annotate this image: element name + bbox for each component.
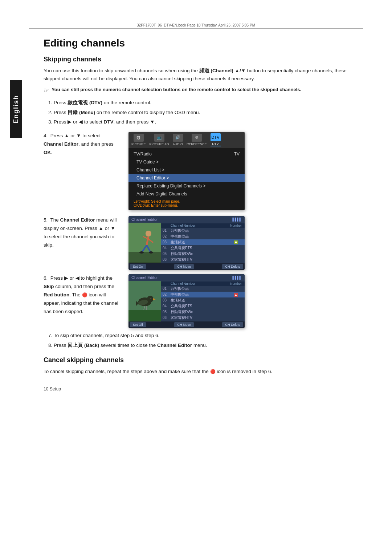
svg-rect-11: [128, 310, 161, 321]
osd-icon-picture-label: PICTURE: [131, 142, 146, 146]
section2-text: To cancel skipping channels, repeat the …: [44, 368, 363, 376]
osd-icon-picture: 🖼 PICTURE: [131, 134, 146, 146]
step4-row: 4. Press ▲ or ▼ to select Channel Editor…: [44, 132, 363, 210]
ce-col-headers-2: Channel Number Number: [161, 281, 245, 286]
section1-heading: Skipping channels: [44, 56, 363, 63]
ce-ch-row-2-4: 04 公共電視PTS: [161, 303, 245, 309]
ce-col-headers-1: Channel Number Number: [161, 223, 245, 228]
osd-row-channeleditor: Channel Editor >: [128, 174, 245, 182]
sidebar-label: English: [10, 80, 22, 138]
ce-channel-list-1: Channel Number Number 01 台視數位品 02 中視數位品: [161, 223, 245, 263]
ce-col-skip-header-1: Number: [229, 224, 243, 227]
svg-rect-1: [128, 252, 161, 263]
ce-thumbnail-bird: [128, 281, 161, 321]
osd-icon-picturead-label: PICTURE AD: [150, 142, 169, 146]
osd-icon-audio: 🔊 AUDIO: [173, 134, 183, 146]
osd-row-channellist: Channel List >: [128, 166, 245, 174]
osd-row-tvguide-label: TV Guide >: [136, 159, 159, 165]
osd-icon-reference: ⚙ REFERENCE: [187, 134, 207, 146]
osd-menu-body: TV/Radio TV TV Guide > Channel List > Ch…: [128, 148, 245, 210]
main-content: Editing channels Skipping channels You c…: [44, 37, 363, 392]
osd-row-tvradio-label: TV/Radio: [134, 151, 152, 157]
osd-row-channellist-label: Channel List >: [136, 167, 164, 173]
ce-col-skip-header-2: Number: [229, 282, 243, 285]
osd-icon-audio-label: AUDIO: [173, 142, 183, 146]
ce-signal-1: ▌▌▌▌: [232, 218, 242, 221]
ce-ch-row-2-1: 01 台視數位品: [161, 286, 245, 292]
ce-btn-chdelete-2: CH Delete: [222, 322, 243, 327]
step5-text: 5. The Channel Editor menu will display …: [44, 216, 120, 250]
ce-col-num-1: [163, 224, 171, 227]
note-box: ☞ You can still press the numeric channe…: [44, 86, 363, 94]
ce-ch-row-2-5: 05 行動電視DWn: [161, 309, 245, 315]
ce-ch-row-1-3: 03 生活頻道 ■: [161, 239, 245, 245]
step-8: Press 回上頁 (Back) several times to close …: [54, 341, 363, 349]
ce-title-2: Channel Editor: [131, 275, 158, 280]
ce-body-1: Channel Number Number 01 台視數位品 02 中視數位品: [128, 223, 245, 263]
ce-ch-row-1-2: 02 中視數位品: [161, 234, 245, 239]
osd-row-tvradio: TV/Radio TV: [128, 150, 245, 158]
osd-icon-reference-box: ⚙: [192, 134, 202, 142]
osd-icon-picturead-box: 📺: [154, 134, 164, 142]
step-3: Press ▶ or ◀ to select DTV, and then pre…: [54, 118, 363, 126]
step-2: Press 目錄 (Menu) on the remote control to…: [54, 109, 363, 117]
file-info: 32PF1700T_96_DTV-EN.book Page 10 Thursda…: [29, 22, 363, 29]
osd-row-addnew: Add New Digital Channels: [128, 190, 245, 198]
skip-badge-1-3: ■: [234, 240, 238, 244]
page-title: Editing channels: [44, 37, 363, 49]
ce-footer-2: Set Off CH Move CH Delete: [128, 321, 245, 328]
ce-col-name-header-2: Channel Number: [171, 282, 229, 285]
ce-ch-row-1-1: 01 台視數位品: [161, 228, 245, 234]
osd-icon-reference-label: REFERENCE: [187, 142, 207, 146]
ce-thumbnail-img-runner: [128, 223, 161, 263]
step5-row: 5. The Channel Editor menu will display …: [44, 216, 363, 270]
cancel-section: Cancel skipping channels To cancel skipp…: [44, 356, 363, 376]
note-text: You can still press the numeric channel …: [52, 86, 301, 93]
ce-ch-row-1-6: 06 客家電視HTV: [161, 257, 245, 263]
page-container: 32PF1700T_96_DTV-EN.book Page 10 Thursda…: [0, 0, 392, 555]
ce-btn-chmove-1: CH Move: [174, 264, 194, 269]
osd-menu-hint: Left/Right: Select main page.OK/Down: En…: [128, 198, 245, 208]
section2-heading: Cancel skipping channels: [44, 356, 363, 364]
osd-icon-dtv-box: DTV: [211, 133, 221, 141]
ce-btn-seton: Set On: [130, 264, 146, 269]
osd-icon-dtv-label: DTV: [212, 142, 219, 146]
ce-ch-row-1-4: 04 公共電視PTS: [161, 245, 245, 251]
ce-btn-chmove-2: CH Move: [174, 322, 194, 327]
osd-row-replace: Replace Existing Digital Channels >: [128, 182, 245, 190]
ce-header-2: Channel Editor ▌▌▌▌: [128, 274, 245, 281]
osd-row-tvradio-value: TV: [234, 151, 240, 157]
section1-intro: You can use this function to skip unwant…: [44, 67, 363, 82]
osd-row-replace-label: Replace Existing Digital Channels >: [136, 183, 205, 189]
step-1: Press 數位電視 (DTV) on the remote control.: [54, 99, 363, 107]
ce-header-1: Channel Editor ▌▌▌▌: [128, 216, 245, 223]
ce-ch-row-2-2: 02 中視數位品 ▲: [161, 292, 245, 297]
osd-icon-picture-box: 🖼: [134, 134, 144, 142]
step6-text: 6. Press ▶ or ◀ to highlight the Skip co…: [44, 274, 120, 316]
svg-point-16: [151, 298, 152, 299]
step6-row: 6. Press ▶ or ◀ to highlight the Skip co…: [44, 274, 363, 328]
osd-icon-audio-box: 🔊: [173, 134, 183, 142]
svg-point-8: [139, 251, 144, 254]
ce-body-2: Channel Number Number 01 台視數位品 02 中視數位品 …: [128, 281, 245, 321]
svg-point-9: [149, 251, 153, 254]
osd-top-icons: 🖼 PICTURE 📺 PICTURE AD 🔊 AUDIO ⚙ REFEREN…: [128, 132, 245, 148]
ce-col-num-2: [163, 282, 171, 285]
ce-btn-chdelete-1: CH Delete: [222, 264, 243, 269]
ce-channel-list-2: Channel Number Number 01 台視數位品 02 中視數位品 …: [161, 281, 245, 321]
ce-title-1: Channel Editor: [131, 217, 158, 222]
step-7: To skip other channels, repeat step 5 an…: [54, 332, 363, 340]
steps-7-8: To skip other channels, repeat step 5 an…: [54, 332, 363, 349]
ce-btn-setoff: Set Off: [130, 322, 146, 327]
page-footer: 10 Setup: [44, 386, 363, 392]
ce-ch-row-2-3: 03 生活頻道: [161, 297, 245, 303]
ce-footer-1: Set On CH Move CH Delete: [128, 263, 245, 270]
ce-thumbnail-runner: [128, 223, 161, 263]
osd-row-addnew-label: Add New Digital Channels: [136, 191, 187, 197]
ce-col-name-header-1: Channel Number: [171, 224, 229, 227]
channel-editor-2: Channel Editor ▌▌▌▌: [128, 274, 245, 328]
ce-ch-row-1-5: 05 行動電視DWn: [161, 251, 245, 257]
steps-1-3: Press 數位電視 (DTV) on the remote control. …: [54, 99, 363, 126]
ce-signal-2: ▌▌▌▌: [232, 276, 242, 279]
osd-row-tvguide: TV Guide >: [128, 158, 245, 166]
